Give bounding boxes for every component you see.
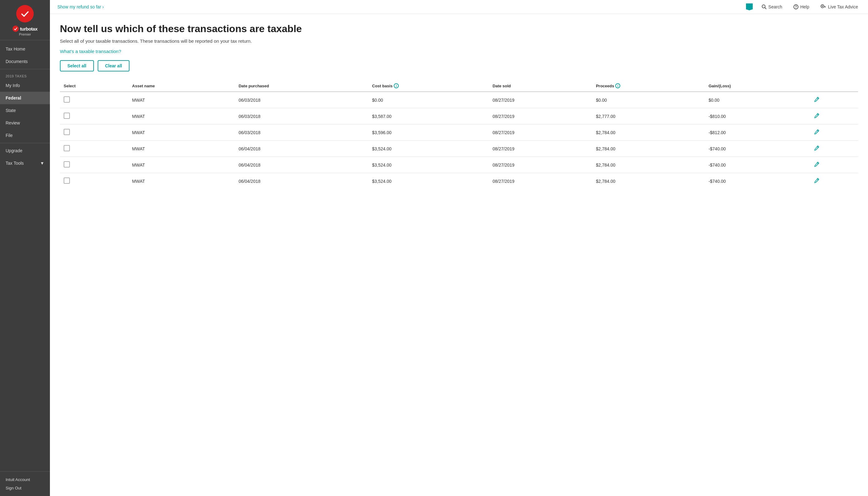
row-gain-loss: $0.00 (705, 92, 810, 108)
row-edit-cell (810, 141, 858, 157)
row-asset-name: MWAT (128, 124, 235, 141)
turbotax-tier: Premier (19, 32, 31, 36)
sidebar-item-state[interactable]: State (0, 104, 50, 117)
row-gain-loss: -$812.00 (705, 124, 810, 141)
sidebar-item-federal[interactable]: Federal (0, 92, 50, 104)
sidebar-item-review[interactable]: Review (0, 117, 50, 129)
table-row: MWAT 06/03/2018 $3,587.00 08/27/2019 $2,… (60, 108, 858, 124)
col-header-gain-loss: Gain/(Loss) (705, 80, 810, 92)
svg-line-10 (817, 130, 818, 131)
row-date-sold: 08/27/2019 (489, 108, 592, 124)
row-date-sold: 08/27/2019 (489, 173, 592, 189)
row-proceeds: $2,784.00 (592, 173, 705, 189)
row-edit-cell (810, 108, 858, 124)
search-button[interactable]: Search (759, 3, 785, 11)
edit-pencil-icon-6[interactable] (813, 177, 820, 184)
taxable-transaction-link[interactable]: What's a taxable transaction? (60, 49, 121, 54)
svg-line-12 (817, 163, 818, 164)
row-cost-basis: $3,524.00 (369, 141, 489, 157)
turbotax-logo: turbotax (13, 26, 37, 32)
row-asset-name: MWAT (128, 141, 235, 157)
topbar: Show my refund so far › Search ? Help (50, 0, 868, 14)
topbar-right: Search ? Help Live Tax Advice (746, 3, 861, 11)
row-proceeds: $2,784.00 (592, 124, 705, 141)
row-cost-basis: $0.00 (369, 92, 489, 108)
proceeds-label: Proceeds (596, 83, 614, 88)
table-row: MWAT 06/03/2018 $0.00 08/27/2019 $0.00 $… (60, 92, 858, 108)
page-subtitle: Select all of your taxable transactions.… (60, 38, 858, 44)
row-checkbox-6[interactable] (64, 177, 70, 184)
chevron-down-icon: ▼ (40, 161, 44, 166)
row-edit-cell (810, 157, 858, 173)
sidebar-item-tax-home[interactable]: Tax Home (0, 43, 50, 55)
edit-pencil-icon-4[interactable] (813, 145, 820, 151)
row-cost-basis: $3,524.00 (369, 157, 489, 173)
row-gain-loss: -$740.00 (705, 157, 810, 173)
row-select-cell (60, 124, 128, 141)
sidebar-bottom: Intuit Account Sign Out (0, 471, 50, 496)
proceeds-info-icon[interactable]: i (615, 83, 620, 88)
row-select-cell (60, 141, 128, 157)
cost-basis-info-icon[interactable]: i (394, 83, 399, 88)
help-button[interactable]: ? Help (791, 3, 812, 11)
sidebar-item-tax-tools-label: Tax Tools (5, 161, 24, 166)
row-checkbox-3[interactable] (64, 129, 70, 135)
svg-line-9 (817, 114, 818, 115)
action-buttons: Select all Clear all (60, 60, 858, 72)
row-gain-loss: -$810.00 (705, 108, 810, 124)
row-checkbox-4[interactable] (64, 145, 70, 151)
row-checkbox-5[interactable] (64, 161, 70, 168)
row-date-purchased: 06/03/2018 (235, 92, 369, 108)
col-header-date-sold: Date sold (489, 80, 592, 92)
row-cost-basis: $3,596.00 (369, 124, 489, 141)
clear-all-button[interactable]: Clear all (98, 60, 129, 72)
table-row: MWAT 06/04/2018 $3,524.00 08/27/2019 $2,… (60, 157, 858, 173)
col-header-select: Select (60, 80, 128, 92)
show-refund-link[interactable]: Show my refund so far › (58, 4, 104, 9)
row-date-purchased: 06/04/2018 (235, 173, 369, 189)
edit-pencil-icon-1[interactable] (813, 96, 820, 103)
row-asset-name: MWAT (128, 92, 235, 108)
sidebar-item-sign-out[interactable]: Sign Out (5, 484, 44, 492)
sidebar-item-documents[interactable]: Documents (0, 55, 50, 68)
svg-line-11 (817, 146, 818, 148)
row-select-cell (60, 173, 128, 189)
table-header-row: Select Asset name Date purchased Cost ba… (60, 80, 858, 92)
edit-pencil-icon-5[interactable] (813, 161, 820, 168)
page-title: Now tell us which of these transactions … (60, 23, 858, 35)
svg-point-5 (822, 5, 823, 7)
row-checkbox-1[interactable] (64, 96, 70, 103)
chevron-right-icon: › (102, 4, 104, 9)
row-proceeds: $2,784.00 (592, 141, 705, 157)
row-select-cell (60, 157, 128, 173)
bookmark-icon[interactable] (746, 3, 753, 10)
sidebar-nav: Tax Home Documents 2019 TAXES My Info Fe… (0, 40, 50, 471)
svg-text:?: ? (795, 5, 797, 9)
edit-pencil-icon-3[interactable] (813, 129, 820, 135)
help-label: Help (800, 4, 809, 9)
main-area: Show my refund so far › Search ? Help (50, 0, 868, 496)
sidebar-item-upgrade[interactable]: Upgrade (0, 144, 50, 157)
col-header-cost-basis: Cost basis i (369, 80, 489, 92)
edit-pencil-icon-2[interactable] (813, 113, 820, 119)
row-checkbox-2[interactable] (64, 113, 70, 119)
sidebar-item-file[interactable]: File (0, 129, 50, 142)
row-cost-basis: $3,587.00 (369, 108, 489, 124)
cost-basis-label: Cost basis (372, 83, 393, 88)
sidebar-item-tax-tools[interactable]: Tax Tools ▼ (0, 157, 50, 169)
turbotax-icon (13, 26, 19, 32)
live-tax-advice-label: Live Tax Advice (828, 4, 858, 9)
col-header-edit (810, 80, 858, 92)
row-edit-cell (810, 173, 858, 189)
live-tax-advice-button[interactable]: Live Tax Advice (818, 3, 861, 11)
row-date-purchased: 06/04/2018 (235, 157, 369, 173)
row-gain-loss: -$740.00 (705, 141, 810, 157)
sidebar-logo-area: turbotax Premier (0, 0, 50, 40)
select-all-button[interactable]: Select all (60, 60, 94, 72)
sidebar-item-intuit-account[interactable]: Intuit Account (5, 476, 44, 484)
col-header-date-purchased: Date purchased (235, 80, 369, 92)
row-date-purchased: 06/04/2018 (235, 141, 369, 157)
page-content: Now tell us which of these transactions … (50, 14, 868, 496)
row-edit-cell (810, 124, 858, 141)
sidebar-item-my-info[interactable]: My Info (0, 79, 50, 92)
